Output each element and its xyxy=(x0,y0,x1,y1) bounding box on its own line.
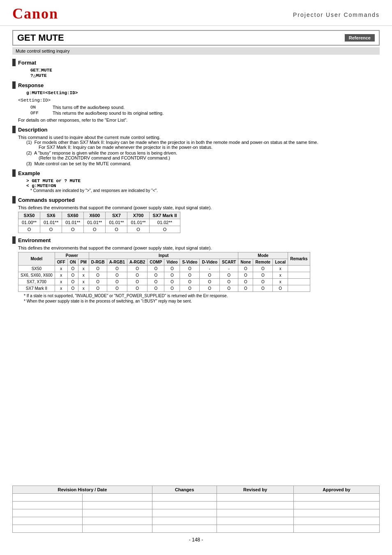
env-header-row-1: Model Power Input Mode Remarks xyxy=(18,252,310,259)
revision-table: Revision History / Date Changes Revised … xyxy=(12,486,380,533)
desc-item-1-num: (1) xyxy=(26,140,33,145)
env-sx7markii-scart: O xyxy=(220,285,238,292)
cmd-ver-x600: 01.01** xyxy=(84,219,106,226)
cmd-table-value-row: O O O O O O O xyxy=(18,226,180,233)
env-mode-remote: Remote xyxy=(253,259,273,266)
description-title: Description xyxy=(18,127,48,133)
env-model-sx6: SX6, SX60, X600 xyxy=(18,272,55,279)
reference-badge: Reference xyxy=(345,34,375,42)
cmd-col-sx50: SX50 xyxy=(18,212,40,219)
format-title: Format xyxy=(18,60,36,66)
revision-header-changes: Changes xyxy=(152,486,217,494)
response-content: g:MUTE=<Setting:ID> xyxy=(18,90,380,95)
revision-r4-c4 xyxy=(217,517,293,525)
env-sx7markii-on: O xyxy=(67,285,78,292)
env-sx50-comp: O xyxy=(148,266,164,272)
example-response: < g:MUTE=ON xyxy=(26,183,380,188)
revision-r5-c2 xyxy=(82,525,152,533)
env-row-sx6: SX6, SX60, X600 x O x O O O O O O O O O … xyxy=(18,272,310,279)
description-bar-icon xyxy=(12,126,16,133)
cmd-col-x600: X600 xyxy=(84,212,106,219)
page: Canon Projector User Commands GET MUTE R… xyxy=(0,0,392,555)
format-line-1: GET□MUTE xyxy=(30,68,380,73)
env-sx6-drgb: O xyxy=(89,272,107,279)
env-row-sx50: SX50 x O x O O O O O O - - O O x xyxy=(18,266,310,272)
env-sx6-none: O xyxy=(238,272,253,279)
setting-id-on-row: ON This turns off the audio/beep sound. xyxy=(18,104,380,110)
setting-id-label: <Setting:ID> xyxy=(18,98,380,103)
env-input-comp: COMP xyxy=(148,259,164,266)
cmd-ver-sx7markii: 01.02** xyxy=(149,219,180,226)
env-sx7-local: x xyxy=(273,279,288,285)
env-input-scart: SCART xyxy=(220,259,238,266)
desc-item-2-num: (2) xyxy=(26,150,33,155)
env-model-sx7: SX7, X700 xyxy=(18,279,55,285)
env-col-input: Input xyxy=(89,252,238,259)
env-sx50-none: O xyxy=(238,266,253,272)
environment-bar-icon xyxy=(12,236,16,244)
env-col-model: Model xyxy=(18,252,55,266)
setting-id-on-value: This turns off the audio/beep sound. xyxy=(51,104,380,110)
env-power-on: ON xyxy=(67,259,78,266)
example-note: * Commands are indicated by ">", and res… xyxy=(30,188,380,193)
commands-supported-section-header: Commands supported xyxy=(12,196,380,204)
cmd-val-x600: O xyxy=(84,226,106,233)
env-sx7markii-none: O xyxy=(238,285,253,292)
cmd-col-sx60: SX60 xyxy=(62,212,84,219)
revision-header-revised-by: Revised by xyxy=(217,486,293,494)
env-sx7-remote: O xyxy=(253,279,273,285)
env-sx6-svideo: O xyxy=(180,272,200,279)
env-sx50-video: O xyxy=(164,266,180,272)
env-sx7markii-drgb: O xyxy=(89,285,107,292)
env-sx7markii-pm: x xyxy=(78,285,89,292)
env-input-argb2: A-RGB2 xyxy=(127,259,147,266)
setting-id-note: For details on other responses, refer to… xyxy=(18,118,380,123)
response-title: Response xyxy=(18,82,44,88)
env-footnote-2: * When the power supply state is in the … xyxy=(24,299,380,303)
env-power-off: OFF xyxy=(55,259,67,266)
cmd-ver-sx60: 01.01** xyxy=(62,219,84,226)
env-sx7-argb2: O xyxy=(127,279,147,285)
env-sx7-remarks xyxy=(288,279,310,285)
header-title: Projector User Commands xyxy=(293,12,380,18)
env-sx7markii-local: O xyxy=(273,285,288,292)
env-sx6-comp: O xyxy=(148,272,164,279)
env-sx50-argb2: O xyxy=(127,266,147,272)
cmd-val-sx7markii: O xyxy=(149,226,180,233)
env-header-row-2: OFF ON PM D-RGB A-RGB1 A-RGB2 COMP Video… xyxy=(18,259,310,266)
revision-r1-c2 xyxy=(82,494,152,502)
cmd-col-sx7markii: SX7 Mark II xyxy=(149,212,180,219)
canon-logo: Canon xyxy=(12,5,58,22)
example-command: > GET MUTE or ? MUTE xyxy=(26,178,380,183)
env-sx7markii-off: x xyxy=(55,285,67,292)
response-bar-icon xyxy=(12,81,16,89)
env-sx7-none: O xyxy=(238,279,253,285)
subtitle-bar: Mute control setting inquiry xyxy=(12,47,380,55)
env-sx7-pm: x xyxy=(78,279,89,285)
format-section-header: Format xyxy=(12,59,380,66)
env-sx6-pm: x xyxy=(78,272,89,279)
content: GET MUTE Reference Mute control setting … xyxy=(0,26,392,310)
setting-id-off-row: OFF This returns the audio/beep sound to… xyxy=(18,110,380,116)
revision-r2-c2 xyxy=(82,502,152,509)
desc-item-1-text: For models other than SX7 Mark II: Inqui… xyxy=(35,140,318,145)
page-number: - 148 - xyxy=(12,537,380,543)
env-sx6-remarks xyxy=(288,272,310,279)
response-section-header: Response xyxy=(12,81,380,89)
env-sx7markii-dvideo: O xyxy=(200,285,220,292)
env-sx7markii-remote: O xyxy=(253,285,273,292)
revision-r4-c2 xyxy=(82,517,152,525)
cmd-ver-sx50: 01.00** xyxy=(18,219,40,226)
revision-row-5 xyxy=(13,525,380,533)
env-sx7-video: O xyxy=(164,279,180,285)
revision-r3-c4 xyxy=(217,509,293,517)
revision-r4-c3 xyxy=(152,517,217,525)
env-power-pm: PM xyxy=(78,259,89,266)
env-sx7-comp: O xyxy=(148,279,164,285)
env-sx50-scart: - xyxy=(220,266,238,272)
env-sx7markii-argb1: O xyxy=(107,285,127,292)
revision-r5-c1 xyxy=(13,525,83,533)
cmd-val-sx6: O xyxy=(40,226,62,233)
env-sx6-local: x xyxy=(273,272,288,279)
revision-r5-c5 xyxy=(293,525,379,533)
